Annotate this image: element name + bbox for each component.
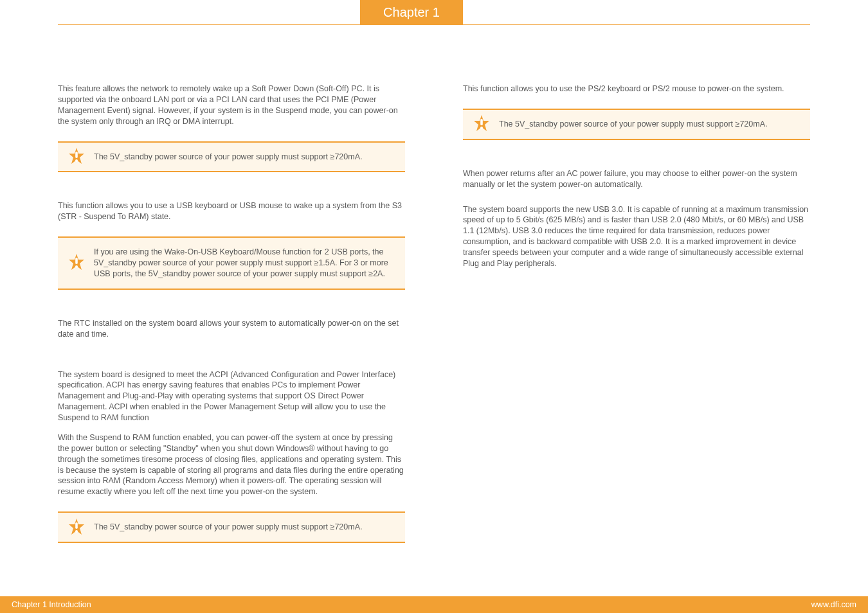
chapter-tab-label: Chapter 1 bbox=[383, 5, 440, 20]
svg-rect-1 bbox=[75, 152, 78, 158]
important-icon bbox=[472, 114, 491, 134]
important-icon bbox=[67, 253, 86, 272]
page-footer: Chapter 1 Introduction www.dfi.com bbox=[0, 596, 868, 613]
important-note: The 5V_standby power source of your powe… bbox=[463, 109, 810, 140]
body-text: This function allows you to use a USB ke… bbox=[58, 200, 405, 222]
page: Chapter 1 This feature allows the networ… bbox=[0, 0, 868, 613]
important-note: The 5V_standby power source of your powe… bbox=[58, 141, 405, 173]
note-text: If you are using the Wake-On-USB Keyboar… bbox=[94, 247, 395, 280]
svg-point-11 bbox=[480, 127, 483, 129]
chapter-tab: Chapter 1 bbox=[360, 0, 463, 24]
important-icon bbox=[67, 518, 86, 537]
right-column: This function allows you to use the PS/2… bbox=[463, 84, 810, 571]
spacer bbox=[58, 354, 405, 369]
svg-point-5 bbox=[75, 265, 78, 268]
note-text: The 5V_standby power source of your powe… bbox=[499, 119, 768, 130]
note-text: The 5V_standby power source of your powe… bbox=[94, 522, 363, 533]
footer-right: www.dfi.com bbox=[811, 600, 856, 609]
svg-rect-4 bbox=[75, 258, 78, 264]
important-note: The 5V_standby power source of your powe… bbox=[58, 511, 405, 543]
note-text: The 5V_standby power source of your powe… bbox=[94, 152, 363, 163]
important-icon bbox=[67, 147, 86, 166]
body-text: When power returns after an AC power fai… bbox=[463, 168, 810, 190]
svg-rect-10 bbox=[480, 119, 483, 125]
svg-point-8 bbox=[75, 530, 78, 533]
body-text: The RTC installed on the system board al… bbox=[58, 318, 405, 340]
svg-rect-7 bbox=[75, 522, 78, 529]
chapter-rule bbox=[58, 24, 810, 25]
footer-left: Chapter 1 Introduction bbox=[12, 600, 91, 609]
body-text: The system board is designed to meet the… bbox=[58, 369, 405, 423]
left-column: This feature allows the network to remot… bbox=[58, 84, 405, 571]
important-note: If you are using the Wake-On-USB Keyboar… bbox=[58, 236, 405, 290]
body-text: The system board supports the new USB 3.… bbox=[463, 204, 810, 269]
content-columns: This feature allows the network to remot… bbox=[58, 84, 810, 571]
body-text: This feature allows the network to remot… bbox=[58, 84, 405, 127]
body-text: This function allows you to use the PS/2… bbox=[463, 84, 810, 94]
body-text: With the Suspend to RAM function enabled… bbox=[58, 432, 405, 497]
svg-point-2 bbox=[75, 159, 78, 162]
